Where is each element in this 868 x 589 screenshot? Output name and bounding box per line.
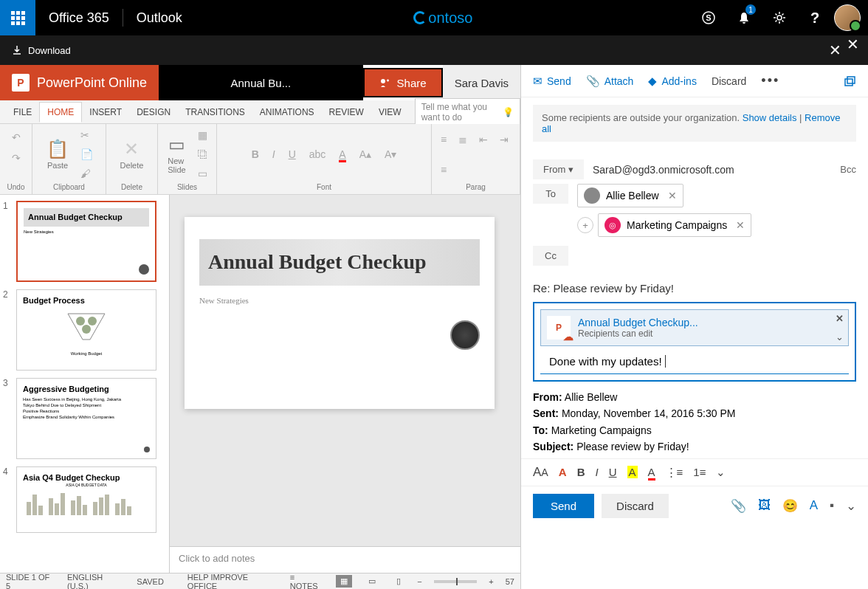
suite-brand[interactable]: Office 365 xyxy=(35,10,123,26)
notifications-icon[interactable]: 1 xyxy=(726,0,762,35)
font-color-button[interactable]: A xyxy=(336,147,348,162)
notes-pane[interactable]: Click to add notes xyxy=(170,546,520,573)
signature-icon[interactable]: A xyxy=(810,498,818,513)
zoom-level[interactable]: 57 xyxy=(506,577,514,586)
slide-title[interactable]: Annual Budget Checkup xyxy=(208,251,471,274)
text-color-button[interactable]: A xyxy=(648,466,655,478)
strike-button[interactable]: abc xyxy=(306,147,329,162)
status-language[interactable]: ENGLISH (U.S.) xyxy=(67,573,125,590)
view-reading-icon[interactable]: ▯ xyxy=(392,575,405,588)
indent-right[interactable]: ⇥ xyxy=(497,132,512,147)
user-avatar[interactable] xyxy=(833,0,868,35)
cc-button[interactable]: Cc xyxy=(533,246,568,266)
from-selector[interactable]: From ▾ xyxy=(533,159,584,179)
document-title[interactable]: Annual Bu... xyxy=(159,65,363,100)
message-body[interactable]: Done with my updates! xyxy=(540,352,849,374)
tab-design[interactable]: DESIGN xyxy=(129,103,178,122)
view-normal-icon[interactable]: ▦ xyxy=(336,575,352,588)
attach-button[interactable]: 📎Attach xyxy=(586,75,634,88)
share-button[interactable]: Share xyxy=(363,68,443,97)
align-button[interactable]: ≡ xyxy=(438,162,450,177)
app-name[interactable]: Outlook xyxy=(123,10,196,26)
tab-transitions[interactable]: TRANSITIONS xyxy=(178,103,252,122)
bold-button[interactable]: B xyxy=(249,147,262,162)
help-icon[interactable]: ? xyxy=(797,0,833,35)
insert-picture-icon[interactable]: 🖼 xyxy=(758,498,771,513)
app-launcher[interactable] xyxy=(0,0,35,35)
bullets-button[interactable]: ≡ xyxy=(438,132,450,147)
tab-animations[interactable]: ANIMATIONS xyxy=(252,103,322,122)
to-button[interactable]: To xyxy=(533,184,568,204)
chip-remove-icon[interactable]: ✕ xyxy=(736,219,745,231)
bullets-button[interactable]: ⋮≡ xyxy=(666,466,683,479)
thumbnail-1[interactable]: Annual Budget Checkup New Strategies xyxy=(16,201,156,282)
thumbnail-2[interactable]: Budget Process Working Budget xyxy=(16,289,156,371)
numbering-button[interactable]: ≣ xyxy=(455,132,470,147)
skype-icon[interactable]: S xyxy=(691,0,726,35)
bcc-toggle[interactable]: Bcc xyxy=(840,164,856,175)
popout-icon[interactable] xyxy=(843,75,856,88)
zoom-out[interactable]: − xyxy=(417,577,421,586)
tab-review[interactable]: REVIEW xyxy=(322,103,371,122)
discard-link[interactable]: Discard xyxy=(712,75,746,87)
layout-button[interactable]: ▦ xyxy=(195,128,211,142)
more-formatting[interactable]: ⌄ xyxy=(716,466,726,479)
thumbnail-3[interactable]: Aggressive Budgeting Has Seen Success in… xyxy=(16,378,156,459)
subject-field[interactable]: Re: Please review by Friday! xyxy=(521,276,868,297)
underline-button[interactable]: U xyxy=(609,466,617,478)
redo-button[interactable]: ↷ xyxy=(9,151,24,165)
status-slide[interactable]: SLIDE 1 OF 5 xyxy=(6,573,55,590)
chip-remove-icon[interactable]: ✕ xyxy=(668,190,677,202)
banner-close-icon[interactable]: ✕ xyxy=(829,41,841,59)
attach-file-icon[interactable]: 📎 xyxy=(731,498,746,514)
hide-button[interactable]: ▭ xyxy=(195,166,211,181)
addins-button[interactable]: ◆Add-ins xyxy=(648,75,696,88)
discard-button[interactable]: Discard xyxy=(602,494,669,518)
download-button[interactable]: Download xyxy=(12,45,71,56)
highlight-button[interactable]: A xyxy=(627,466,638,478)
status-help[interactable]: HELP IMPROVE OFFICE xyxy=(187,573,278,590)
font-size-up[interactable]: A▴ xyxy=(356,147,374,162)
show-details-link[interactable]: Show details xyxy=(743,112,797,123)
slide-canvas[interactable]: Annual Budget Checkup New Strategies xyxy=(170,195,520,546)
tab-insert[interactable]: INSERT xyxy=(82,103,129,122)
cut-button[interactable]: ✂ xyxy=(78,128,96,142)
emoji-icon[interactable]: 😊 xyxy=(782,498,798,514)
send-link[interactable]: ✉Send xyxy=(533,75,571,88)
thumbnail-4[interactable]: Asia Q4 Budget Checkup ASIA Q4 BUDGET DA… xyxy=(16,466,156,533)
recipient-chip[interactable]: Allie Bellew✕ xyxy=(577,184,683,207)
underline-button[interactable]: U xyxy=(286,147,299,162)
new-slide-button[interactable]: ▭New Slide xyxy=(163,133,190,176)
format-painter-button[interactable]: 🖌 xyxy=(78,166,96,181)
addins-icon[interactable]: ▪ xyxy=(830,498,834,513)
undo-button[interactable]: ↶ xyxy=(9,130,24,145)
tab-file[interactable]: FILE xyxy=(6,103,39,122)
paste-button[interactable]: 📋Paste xyxy=(42,137,73,171)
compose-close-icon[interactable]: ✕ xyxy=(847,35,859,53)
add-recipient-button[interactable]: + xyxy=(577,217,593,233)
tab-view[interactable]: VIEW xyxy=(371,103,409,122)
copy-button[interactable]: 📄 xyxy=(78,147,96,162)
zoom-slider[interactable] xyxy=(434,580,478,583)
tab-home[interactable]: HOME xyxy=(39,102,82,123)
powerpoint-brand[interactable]: P PowerPoint Online xyxy=(0,65,159,100)
view-sorter-icon[interactable]: ▭ xyxy=(364,575,380,588)
bold-button[interactable]: B xyxy=(577,466,585,478)
attachment-card[interactable]: P☁ Annual Budget Checkup... Recipients c… xyxy=(540,309,849,346)
send-button[interactable]: Send xyxy=(533,494,594,518)
delete-button[interactable]: ✕Delete xyxy=(116,137,148,171)
settings-icon[interactable] xyxy=(762,0,797,35)
font-size-down[interactable]: A▾ xyxy=(382,147,399,162)
font-button[interactable]: AA xyxy=(533,465,548,480)
italic-button[interactable]: I xyxy=(269,147,278,162)
recipient-chip[interactable]: ◎Marketing Campaigns✕ xyxy=(598,213,751,237)
attachment-remove-icon[interactable]: ✕ xyxy=(836,313,844,324)
indent-left[interactable]: ⇤ xyxy=(476,132,491,147)
italic-button[interactable]: I xyxy=(595,466,598,478)
signed-in-user[interactable]: Sara Davis xyxy=(443,65,520,100)
attachment-options-icon[interactable]: ⌄ xyxy=(836,331,844,342)
tell-me-search[interactable]: Tell me what you want to do💡 xyxy=(415,98,520,126)
duplicate-button[interactable]: ⿻ xyxy=(195,147,211,162)
status-notes[interactable]: ≡ NOTES xyxy=(290,573,324,590)
more-options-icon[interactable]: ⌄ xyxy=(846,498,856,514)
